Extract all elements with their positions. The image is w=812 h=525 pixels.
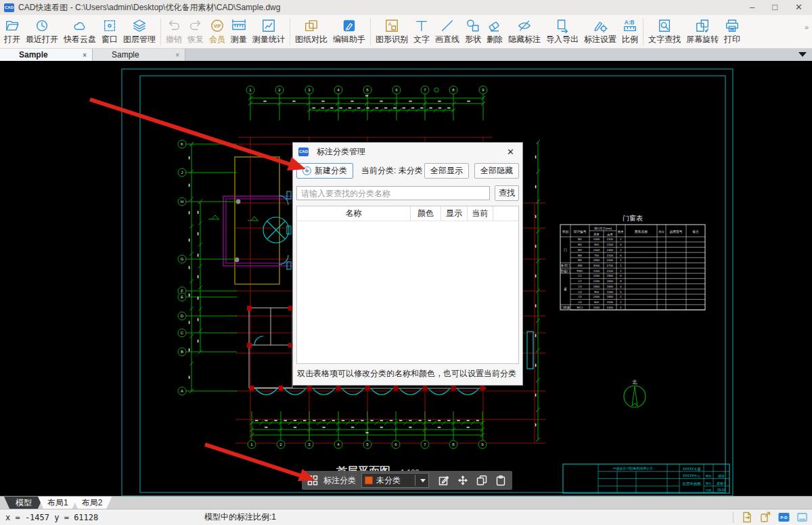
recent-icon	[35, 18, 49, 33]
svg-text:2100: 2100	[607, 269, 614, 273]
svg-text:C1: C1	[578, 274, 582, 277]
show-all-button[interactable]: 全部显示	[424, 163, 469, 179]
toolbar-button-layers[interactable]: 图层管理	[120, 17, 158, 47]
svg-text:2400: 2400	[593, 306, 600, 309]
toolbar-button-measure[interactable]: 测量	[228, 17, 250, 47]
svg-text:1: 1	[620, 306, 622, 309]
svg-text:C4: C4	[578, 290, 582, 294]
toolbar-button-screen-rotate[interactable]: 屏幕旋转	[683, 17, 721, 47]
svg-text:M4: M4	[578, 254, 582, 257]
svg-text:建施-1: 建施-1	[716, 482, 726, 486]
toolbar-button-measure-stats[interactable]: 测量统计	[250, 17, 288, 47]
north-arrow: 北	[624, 380, 646, 407]
svg-text:日期: 日期	[706, 488, 711, 492]
svg-text:VIP: VIP	[214, 23, 221, 28]
svg-text:2: 2	[620, 295, 622, 298]
toolbar-button-window[interactable]: 窗口	[99, 17, 120, 47]
svg-text:1500: 1500	[607, 290, 614, 294]
dialog-close-icon[interactable]: ✕	[504, 147, 517, 157]
tab-close-icon[interactable]: ×	[83, 51, 87, 59]
window-mode-icon[interactable]	[796, 511, 808, 523]
svg-text:图号: 图号	[706, 482, 711, 485]
svg-text:2100: 2100	[607, 243, 614, 246]
category-dropdown[interactable]: 未分类	[361, 473, 429, 488]
toolbar-button-shapes[interactable]: 形状	[462, 17, 484, 47]
tab-layout2[interactable]: 布局2	[72, 497, 112, 509]
compare-icon	[304, 18, 319, 33]
svg-text:宽度: 宽度	[593, 233, 599, 236]
toolbar-button-eraser[interactable]: 删除	[484, 17, 505, 47]
category-table-body[interactable]	[297, 221, 518, 363]
column-current[interactable]: 当前	[467, 206, 493, 221]
annotation-scale-label: 模型中的标注比例:1	[204, 511, 276, 523]
new-category-button[interactable]: + 新建分类	[296, 163, 353, 179]
svg-text:C3: C3	[578, 285, 582, 288]
toolbar-button-vip[interactable]: VIP会员	[206, 17, 228, 47]
tab-model[interactable]: 模型	[4, 497, 43, 509]
move-icon[interactable]	[457, 475, 468, 486]
column-show[interactable]: 显示	[441, 206, 467, 221]
toolbar-overflow-chevron[interactable]: »	[805, 23, 811, 41]
svg-text:1: 1	[620, 258, 622, 262]
toolbar-separator	[643, 18, 644, 45]
paste-icon[interactable]	[495, 475, 506, 486]
category-grid-icon[interactable]	[307, 475, 318, 486]
toolbar-button-compare[interactable]: 图纸对比	[292, 17, 330, 47]
annotation-category-label: 标注分类	[323, 475, 356, 486]
toolbar-button-import-export[interactable]: 导入导出	[543, 17, 581, 47]
document-tab-2[interactable]: Sample ×	[93, 49, 185, 61]
svg-text:900: 900	[594, 243, 600, 246]
toolbar-button-text-search[interactable]: 文字查找	[646, 17, 683, 47]
undo-icon	[166, 18, 181, 33]
drawing-canvas[interactable]: 123456789123456789KJHGFEDCBA 门窗表类别设计编号洞口…	[0, 61, 812, 496]
pdf-export-icon[interactable]	[742, 511, 753, 523]
minimize-button[interactable]: –	[750, 0, 754, 15]
svg-text:1: 1	[620, 264, 622, 267]
pd-converter-icon[interactable]: P-D	[778, 511, 790, 523]
svg-text:C5: C5	[578, 295, 582, 298]
tab-layout1[interactable]: 布局1	[38, 497, 78, 509]
toolbar-button-hide-annotation[interactable]: 隐藏标注	[505, 17, 543, 47]
svg-text:××建筑设计院(集团)有限公司: ××建筑设计院(集团)有限公司	[613, 466, 653, 471]
tab-list-caret-icon[interactable]	[798, 52, 807, 57]
dialog-title-bar[interactable]: CAD 标注分类管理 ✕	[293, 143, 522, 160]
open-icon	[5, 18, 20, 33]
toolbar-button-text[interactable]: 文字	[411, 17, 432, 47]
svg-text:1: 1	[620, 269, 622, 273]
share-export-icon[interactable]	[760, 511, 771, 523]
svg-text:J: J	[181, 170, 183, 175]
close-button[interactable]: ✕	[795, 0, 803, 15]
toolbar-button-open[interactable]: 打开	[1, 17, 23, 47]
floor-plan-room	[247, 306, 293, 388]
toolbar-button-shape-recognition[interactable]: A图形识别	[373, 17, 411, 47]
svg-text:备注: 备注	[692, 229, 699, 234]
svg-text:6: 6	[620, 254, 622, 257]
toolbar-button-edit-assistant[interactable]: 编辑助手	[330, 17, 368, 47]
svg-text:G: G	[181, 257, 184, 261]
edit-annotation-icon[interactable]	[438, 475, 449, 486]
toolbar-button-cloud[interactable]: 快看云盘	[61, 17, 99, 47]
toolbar-button-line[interactable]: 画直线	[432, 17, 462, 47]
toolbar-button-scale[interactable]: A:B比例	[619, 17, 641, 47]
toolbar-button-recent[interactable]: 最近打开	[23, 17, 61, 47]
hide-all-button[interactable]: 全部隐藏	[474, 163, 519, 179]
maximize-button[interactable]: □	[772, 0, 777, 15]
column-name[interactable]: 名称	[297, 206, 410, 221]
document-tab-1[interactable]: Sample ×	[0, 49, 93, 61]
measure-icon	[231, 18, 246, 33]
svg-text:北: 北	[633, 380, 637, 385]
category-search-input[interactable]	[296, 186, 490, 200]
svg-text:2100: 2100	[607, 237, 614, 241]
tab-close-icon[interactable]: ×	[175, 51, 179, 59]
svg-text:1: 1	[620, 237, 622, 241]
svg-text:K: K	[181, 142, 183, 146]
find-button[interactable]: 查找	[495, 185, 519, 201]
annotation-float-toolbar: 标注分类 未分类	[302, 471, 512, 490]
cloud-icon	[72, 18, 87, 33]
toolbar-button-print[interactable]: 打印	[721, 17, 743, 47]
column-color[interactable]: 颜色	[410, 206, 441, 221]
layers-icon	[132, 18, 147, 33]
copy-icon[interactable]	[476, 475, 487, 486]
toolbar-button-annotation-settings[interactable]: 标注设置	[581, 17, 619, 47]
svg-text:2400: 2400	[593, 295, 600, 298]
